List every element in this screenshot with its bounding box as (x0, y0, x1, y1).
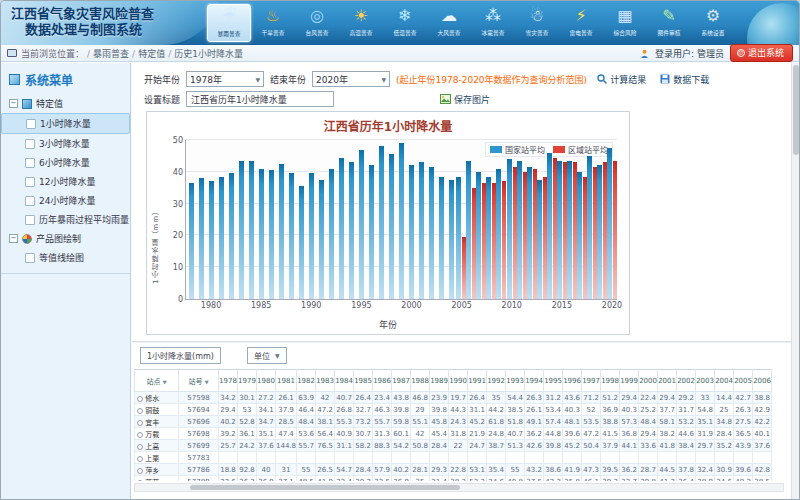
value-cell: 28.1 (411, 464, 430, 476)
toolbar-item-settings-wrench[interactable]: ⚙系统设置 (691, 4, 735, 42)
value-cell (276, 452, 297, 464)
breadcrumb-item[interactable]: 暴雨普查 (93, 49, 129, 59)
monitor-icon (7, 49, 17, 57)
sidebar-item-leaf[interactable]: 3小时降水量 (1, 134, 130, 153)
breadcrumb-item[interactable]: 历史1小时降水量 (174, 49, 243, 59)
row-radio-button[interactable] (137, 444, 143, 450)
station-id-column-header[interactable]: 站号 ▼ (179, 370, 219, 392)
value-cell: 37.6 (257, 440, 276, 452)
exit-system-button[interactable]: ⏼退出系统 (730, 44, 793, 62)
national-station-bar (557, 161, 562, 299)
document-icon (25, 139, 35, 149)
toolbar-item-gale[interactable]: ☁大风普查 (427, 4, 471, 42)
value-cell: 73.2 (354, 416, 373, 428)
main-content: 开始年份 1978年▼ 结束年份 2020年▼ (起止年份1978-2020年数… (132, 63, 793, 499)
year-slot-1979 (196, 140, 206, 299)
tree-expander-icon[interactable]: − (9, 99, 18, 108)
toolbar-item-map-review[interactable]: ✎图件审核 (647, 4, 691, 42)
sidebar-item-leaf[interactable]: 1小时降水量 (1, 113, 130, 134)
year-slot-2011 (517, 140, 527, 299)
calculate-button[interactable]: 计算结果 (593, 72, 650, 87)
sidebar-item-leaf[interactable]: 等值线绘图 (1, 248, 130, 267)
value-cell: 34.7 (257, 416, 276, 428)
toolbar-item-risk-calculator[interactable]: ▦综合风险 (603, 4, 647, 42)
value-cell: 38.2 (658, 428, 677, 440)
row-radio-button[interactable] (137, 456, 143, 462)
end-year-select[interactable]: 2020年▼ (312, 71, 390, 87)
value-cell: 44.2 (487, 404, 506, 416)
sidebar-item-leaf[interactable]: 24小时降水量 (1, 191, 130, 210)
sidebar-item-leaf[interactable]: 6小时降水量 (1, 153, 130, 172)
value-cell: 39.8 (392, 404, 411, 416)
value-cell: 40 (257, 464, 276, 476)
year-slot-2013 (537, 140, 547, 299)
value-cell (411, 452, 430, 464)
national-station-bar (299, 186, 304, 299)
value-cell: 46.4 (297, 404, 316, 416)
year-column-header: 1994 (525, 370, 544, 392)
value-cell (658, 452, 677, 464)
start-year-select[interactable]: 1978年▼ (186, 71, 264, 87)
page-vertical-scrollbar[interactable] (791, 63, 799, 499)
value-cell: 44.6 (677, 428, 696, 440)
value-cell: 53.6 (297, 428, 316, 440)
lightning-icon: ⚡ (568, 4, 594, 28)
row-radio-button[interactable] (137, 480, 143, 481)
rainstorm-icon: ☔ (216, 5, 242, 29)
value-cell: 57.9 (373, 464, 392, 476)
toolbar-item-snow[interactable]: ☃雪灾普查 (515, 4, 559, 42)
chart-title-input[interactable]: 江西省历年1小时降水量 (186, 91, 334, 107)
value-cell (696, 452, 715, 464)
value-cell: 40.3 (563, 404, 582, 416)
vscroll-thumb[interactable] (793, 65, 799, 155)
hscroll-thumb[interactable] (190, 485, 460, 490)
value-cell (316, 452, 335, 464)
toolbar-item-lightning[interactable]: ⚡雷电普查 (559, 4, 603, 42)
value-cell: 28.4 (430, 440, 449, 452)
year-column-header: 2003 (696, 370, 715, 392)
value-cell: 39.6 (734, 464, 753, 476)
value-cell: 29.7 (696, 440, 715, 452)
sidebar-item-group[interactable]: −特定值 (1, 94, 130, 113)
sidebar-item-leaf[interactable]: 12小时降水量 (1, 172, 130, 191)
year-slot-2007 (476, 140, 486, 299)
row-radio-button[interactable] (137, 396, 143, 402)
station-column-header[interactable]: 站点 ▼ (135, 370, 179, 392)
row-radio-button[interactable] (137, 420, 143, 426)
document-icon (25, 177, 35, 187)
value-cell: 26.3 (734, 404, 753, 416)
breadcrumb-separator: / (132, 49, 135, 59)
row-radio-button[interactable] (137, 432, 143, 438)
value-cell: 88.3 (373, 440, 392, 452)
row-radio-button[interactable] (137, 408, 143, 414)
value-cell (544, 452, 563, 464)
data-download-button[interactable]: 数据下载 (656, 72, 713, 87)
national-station-bar (189, 183, 194, 299)
value-cell: 55 (506, 464, 525, 476)
value-cell: 40.8 (506, 476, 525, 482)
sidebar-item-group[interactable]: −产品图绘制 (1, 229, 130, 248)
unit-dropdown[interactable]: 单位▼ (247, 347, 287, 364)
toolbar-item-typhoon[interactable]: ◎台风普查 (295, 4, 339, 42)
value-cell: 28.4 (354, 464, 373, 476)
breadcrumb-item[interactable]: 特定值 (138, 49, 165, 59)
year-column-header: 1992 (487, 370, 506, 392)
toolbar-item-high-temp[interactable]: ☀高温普查 (339, 4, 383, 42)
image-icon (440, 94, 451, 104)
value-cell (525, 452, 544, 464)
document-icon (25, 253, 35, 263)
row-radio-button[interactable] (137, 468, 143, 474)
toolbar-item-drought[interactable]: ♨干旱普查 (251, 4, 295, 42)
sidebar-item-leaf[interactable]: 历年暴雨过程平均雨量 (1, 210, 130, 229)
year-slot-1988 (286, 140, 296, 299)
national-station-bar (269, 170, 274, 299)
tree-expander-icon[interactable]: − (9, 234, 18, 243)
save-image-button[interactable]: 保存图片 (436, 92, 494, 107)
value-cell: 37.9 (601, 440, 620, 452)
toolbar-item-hail[interactable]: ⁂冰雹普查 (471, 4, 515, 42)
toolbar-item-rainstorm[interactable]: ☔暴雨普查 (207, 4, 251, 42)
table-horizontal-scrollbar[interactable] (134, 483, 784, 492)
national-station-bar (239, 161, 244, 299)
year-column-header: 1995 (544, 370, 563, 392)
toolbar-item-low-temp[interactable]: ❄低温普查 (383, 4, 427, 42)
